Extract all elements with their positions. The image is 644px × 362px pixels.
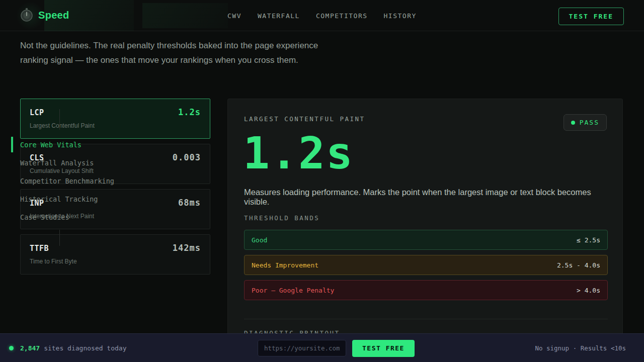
ghost-line-decoration [59, 109, 60, 130]
metric-card-inp[interactable]: INP 68ms Interaction to Next Paint [20, 189, 210, 229]
metric-name: TTFB [30, 244, 49, 253]
ghost-line-decoration [59, 230, 60, 246]
big-metric-value: 1.2s [243, 128, 354, 178]
threshold-band-good: Good ≤ 2.5s [244, 230, 608, 250]
bottom-cta-bar: 2,847 sites diagnosed today TEST FREE No… [0, 333, 644, 362]
hero-subtitle-line2: ranking signal — the ones that move your… [20, 53, 362, 67]
footer-test-form: TEST FREE [258, 334, 415, 362]
nav-item-competitors[interactable]: COMPETITORS [316, 12, 368, 20]
metric-card-lcp[interactable]: LCP 1.2s Largest Contentful Paint [20, 99, 210, 139]
threshold-band-needs-improvement: Needs Improvement 2.5s - 4.0s [244, 255, 608, 275]
metric-name: INP [30, 199, 44, 208]
diagnosed-counter: 2,847 sites diagnosed today [9, 334, 127, 362]
metric-description: Cumulative Layout Shift [30, 167, 201, 174]
status-dot-icon [571, 121, 575, 125]
detail-metric-label: LARGEST CONTENTFUL PAINT [244, 115, 365, 123]
metric-description: Largest Contentful Paint [30, 122, 201, 129]
nav-item-cwv[interactable]: CWV [227, 12, 242, 20]
metric-card-list: LCP 1.2s Largest Contentful Paint CLS 0.… [20, 99, 210, 280]
header-glow-decoration [142, 3, 228, 28]
band-range: > 4.0s [577, 287, 600, 294]
diagnosed-count: 2,847 [20, 344, 40, 352]
active-nav-indicator-bar [11, 137, 13, 152]
site-url-input[interactable] [258, 340, 346, 356]
hero-subtitle-line1: Not the guidelines. The real penalty thr… [20, 38, 362, 53]
nav-item-waterfall[interactable]: WATERFALL [258, 12, 300, 20]
metric-value: 0.003 [173, 152, 201, 162]
band-range: ≤ 2.5s [577, 236, 600, 244]
test-free-button-header[interactable]: TEST FREE [558, 8, 624, 25]
stopwatch-logo-icon [20, 8, 33, 23]
brand[interactable]: Speed [20, 8, 69, 23]
band-range: 2.5s - 4.0s [557, 261, 600, 269]
band-label: Poor — Google Penalty [252, 287, 334, 294]
metric-card-cls[interactable]: CLS 0.003 Cumulative Layout Shift [20, 144, 210, 184]
metric-name: CLS [30, 153, 44, 162]
brand-name: Speed [38, 10, 69, 21]
section-divider [244, 319, 608, 319]
metric-description: Time to First Byte [30, 258, 201, 265]
status-badge: PASS [564, 114, 607, 131]
metric-value: 1.2s [178, 107, 201, 117]
top-nav-bar: Speed CWV WATERFALL COMPETITORS HISTORY … [0, 0, 644, 31]
metric-card-ttfb[interactable]: TTFB 142ms Time to First Byte [20, 234, 210, 275]
hero-subtitle: Not the guidelines. The real penalty thr… [20, 38, 362, 67]
test-free-button-footer[interactable]: TEST FREE [352, 340, 415, 357]
primary-nav: CWV WATERFALL COMPETITORS HISTORY [227, 12, 417, 20]
nav-item-history[interactable]: HISTORY [384, 12, 417, 20]
footer-note: No signup · Results <10s [535, 334, 626, 362]
threshold-band-poor: Poor — Google Penalty > 4.0s [244, 280, 608, 300]
metric-value: 68ms [178, 198, 201, 208]
band-label: Needs Improvement [252, 261, 318, 269]
metric-value: 142ms [173, 243, 201, 253]
threshold-band-list: Good ≤ 2.5s Needs Improvement 2.5s - 4.0… [244, 230, 608, 305]
threshold-bands-label: THRESHOLD BANDS [244, 214, 319, 222]
metric-detail-description: Measures loading performance. Marks the … [244, 188, 611, 207]
metric-name: LCP [30, 108, 44, 117]
band-label: Good [252, 236, 267, 244]
status-badge-label: PASS [580, 119, 599, 126]
live-dot-icon [9, 346, 14, 350]
metric-description: Interaction to Next Paint [30, 213, 201, 220]
diagnosed-count-suffix: sites diagnosed today [44, 344, 126, 352]
metric-detail-panel: LARGEST CONTENTFUL PAINT PASS 1.2s Measu… [227, 99, 623, 335]
app-root: Speed CWV WATERFALL COMPETITORS HISTORY … [0, 0, 644, 362]
